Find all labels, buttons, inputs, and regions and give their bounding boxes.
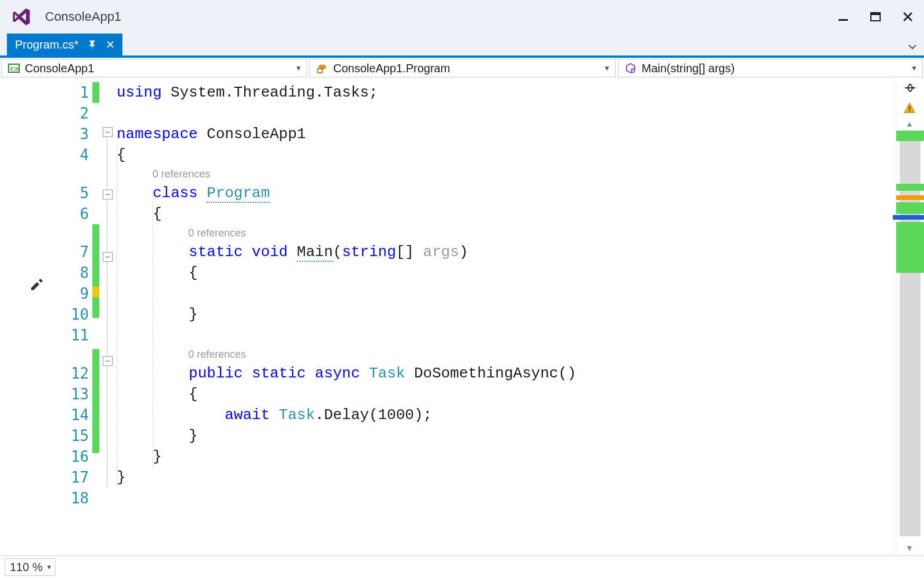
quick-actions-icon[interactable] [29, 276, 45, 295]
svg-point-6 [631, 69, 635, 72]
method-icon [624, 62, 637, 75]
scroll-up-icon[interactable]: ▲ [906, 119, 914, 128]
csharp-project-icon: C# [8, 62, 20, 75]
svg-rect-0 [839, 19, 848, 21]
code-editor[interactable]: 1 2 3 4 5 6 7 8 9 10 11 12 13 14 15 16 1… [0, 79, 924, 556]
line-number: 18 [55, 488, 89, 509]
document-tab[interactable]: Program.cs* [7, 34, 122, 55]
split-editor-icon[interactable] [902, 81, 918, 95]
class-dropdown-label: ConsoleApp1.Program [333, 62, 450, 75]
svg-rect-8 [909, 110, 910, 112]
chevron-down-icon: ▼ [295, 64, 302, 72]
fold-toggle-icon[interactable]: − [103, 356, 113, 366]
svg-text:C#: C# [10, 65, 18, 72]
close-button[interactable] [892, 0, 924, 34]
line-number: 5 [55, 183, 89, 203]
change-tracking-margin [92, 79, 99, 556]
svg-rect-5 [318, 69, 322, 73]
outlining-margin[interactable]: − − − − [99, 79, 117, 556]
line-number-gutter: 1 2 3 4 5 6 7 8 9 10 11 12 13 14 15 16 1… [55, 79, 92, 556]
svg-rect-7 [909, 106, 910, 110]
codelens[interactable]: 0 references [117, 346, 896, 363]
codelens[interactable]: 0 references [117, 165, 896, 183]
vertical-scrollbar[interactable]: ▲ ▼ [896, 79, 924, 556]
fold-toggle-icon[interactable]: − [103, 190, 113, 199]
title-bar: ConsoleApp1 [0, 0, 924, 34]
fold-toggle-icon[interactable]: − [103, 252, 113, 262]
line-number: 12 [55, 363, 89, 384]
vs-logo-icon [10, 6, 32, 27]
tab-title: Program.cs* [15, 38, 79, 51]
maximize-button[interactable] [859, 0, 892, 34]
warning-icon[interactable] [903, 102, 916, 114]
navigation-bar: C# ConsoleApp1 ▼ ConsoleApp1.Program ▼ M… [0, 58, 924, 79]
document-tab-strip: Program.cs* [0, 34, 924, 58]
scroll-down-icon[interactable]: ▼ [906, 543, 914, 553]
close-tab-icon[interactable] [105, 39, 116, 50]
project-dropdown-label: ConsoleApp1 [25, 62, 94, 75]
codelens[interactable]: 0 references [117, 224, 896, 242]
line-number: 16 [55, 446, 89, 467]
pin-icon[interactable] [87, 39, 97, 50]
class-icon [316, 62, 329, 75]
line-number: 8 [55, 262, 89, 283]
chevron-down-icon: ▼ [603, 64, 610, 72]
line-number: 11 [55, 325, 89, 346]
zoom-dropdown[interactable]: 110 % ▼ [5, 558, 55, 576]
line-number: 10 [55, 304, 89, 325]
window-title: ConsoleApp1 [45, 9, 121, 24]
tab-overflow-menu-icon[interactable] [906, 42, 919, 52]
line-number: 17 [55, 467, 89, 488]
line-number: 13 [55, 384, 89, 405]
line-number: 1 [55, 82, 89, 103]
member-dropdown-label: Main(string[] args) [642, 62, 735, 75]
member-dropdown[interactable]: Main(string[] args) ▼ [618, 59, 923, 77]
line-number: 15 [55, 425, 89, 446]
overview-ruler[interactable] [900, 131, 921, 536]
line-number: 4 [55, 144, 89, 165]
svg-rect-2 [871, 13, 880, 15]
fold-toggle-icon[interactable]: − [103, 127, 113, 137]
minimize-button[interactable] [827, 0, 859, 34]
line-number: 6 [55, 203, 89, 224]
code-area[interactable]: using System.Threading.Tasks; namespace … [117, 79, 896, 556]
class-dropdown[interactable]: ConsoleApp1.Program ▼ [310, 59, 616, 77]
line-number: 7 [55, 242, 89, 262]
zoom-value: 110 % [10, 561, 43, 574]
line-number: 2 [55, 103, 89, 124]
project-dropdown[interactable]: C# ConsoleApp1 ▼ [1, 59, 307, 77]
line-number: 9 [55, 283, 89, 304]
line-number: 3 [55, 124, 89, 144]
chevron-down-icon: ▼ [46, 564, 53, 570]
line-number: 14 [55, 405, 89, 425]
chevron-down-icon: ▼ [911, 64, 918, 72]
indicator-margin [0, 79, 55, 556]
status-bar: 110 % ▼ [0, 555, 924, 578]
